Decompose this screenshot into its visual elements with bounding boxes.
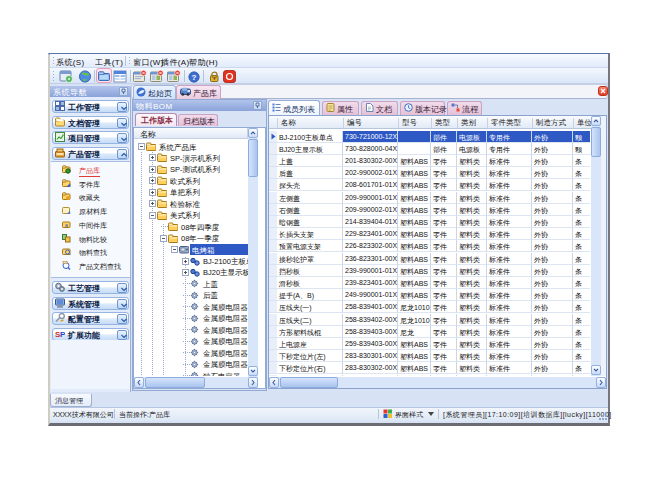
svg-text:?: ?: [192, 73, 197, 82]
svg-text:a: a: [65, 222, 68, 228]
svg-text:P: P: [60, 330, 65, 339]
